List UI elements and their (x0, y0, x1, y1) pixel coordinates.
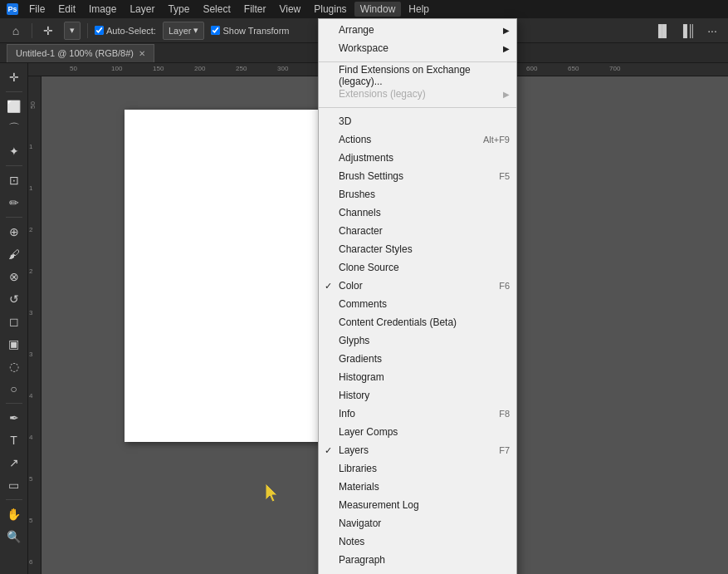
menu-window[interactable]: Window (354, 2, 402, 17)
separator (32, 23, 32, 38)
menu-section-3: 3D Actions Alt+F9 Adjustments Brush Sett… (319, 110, 516, 574)
pen-tool[interactable]: ✒ (3, 407, 25, 429)
menu-item-brush-settings[interactable]: Brush Settings F5 (319, 167, 516, 185)
shortcut-layers: F7 (499, 445, 510, 455)
magic-wand-tool[interactable]: ✦ (3, 140, 25, 162)
document-tab[interactable]: Untitled-1 @ 100% (RGB/8#) ✕ (7, 44, 154, 62)
menu-item-workspace[interactable]: Workspace ▶ (319, 39, 516, 57)
separator2 (87, 23, 88, 38)
tools-sep5 (6, 499, 22, 500)
ruler-vertical: 50 1 1 2 2 3 3 4 4 5 5 6 (28, 76, 42, 574)
menu-item-libraries[interactable]: Libraries (319, 459, 516, 478)
menu-type[interactable]: Type (162, 2, 195, 17)
zoom-tool[interactable]: 🔍 (3, 526, 25, 547)
lasso-tool[interactable]: ⌒ (3, 118, 25, 140)
panel-icon: ▐║ (678, 22, 696, 40)
menu-view[interactable]: View (273, 2, 306, 17)
menu-item-notes[interactable]: Notes (319, 532, 516, 551)
menu-item-glyphs[interactable]: Glyphs (319, 331, 516, 350)
tab-close-icon[interactable]: ✕ (139, 49, 145, 58)
window-menu-dropdown: Arrange ▶ Workspace ▶ Find Extensions on… (318, 18, 517, 574)
menu-item-comments[interactable]: Comments (319, 295, 516, 313)
menu-help[interactable]: Help (403, 2, 435, 17)
bar-chart-icon: ▐▌ (653, 22, 672, 40)
menu-item-history[interactable]: History (319, 386, 516, 405)
menu-item-character-styles[interactable]: Character Styles (319, 240, 516, 258)
menu-item-paragraph-styles[interactable]: Paragraph Styles (319, 569, 516, 574)
rectangle-select-tool[interactable]: ⬜ (3, 96, 25, 117)
svg-marker-0 (266, 483, 277, 502)
eraser-tool[interactable]: ◻ (3, 311, 25, 332)
clone-stamp-tool[interactable]: ⊗ (3, 266, 25, 287)
menu-item-channels[interactable]: Channels (319, 204, 516, 222)
menu-item-color[interactable]: Color F6 (319, 277, 516, 295)
shape-tool[interactable]: ▭ (3, 474, 25, 496)
menu-filter[interactable]: Filter (238, 2, 272, 17)
menu-plugins[interactable]: Plugins (308, 2, 352, 17)
menu-divider-2 (319, 107, 516, 108)
layer-dropdown[interactable]: Layer ▾ (163, 22, 205, 40)
shortcut-color: F6 (499, 281, 510, 291)
title-bar: Ps File Edit Image Layer Type Select Fil… (0, 0, 728, 18)
menu-item-materials[interactable]: Materials (319, 478, 516, 496)
menu-item-clone-source[interactable]: Clone Source (319, 258, 516, 277)
move-tool-dropdown[interactable]: ▾ (64, 22, 81, 40)
menu-divider-1 (319, 61, 516, 62)
tools-sep4 (6, 403, 22, 404)
menu-item-find-extensions[interactable]: Find Extensions on Exchange (legacy)... (319, 66, 516, 85)
menu-item-brushes[interactable]: Brushes (319, 185, 516, 204)
menu-image[interactable]: Image (83, 2, 122, 17)
eyedropper-tool[interactable]: ✏ (3, 192, 25, 213)
submenu-arrow-icon2: ▶ (503, 44, 510, 53)
text-tool[interactable]: T (3, 429, 25, 451)
menu-item-measurement-log[interactable]: Measurement Log (319, 496, 516, 514)
menu-item-paragraph[interactable]: Paragraph (319, 551, 516, 569)
menu-item-navigator[interactable]: Navigator (319, 514, 516, 532)
ps-logo: Ps (7, 3, 18, 15)
blur-tool[interactable]: ◌ (3, 356, 25, 377)
menu-item-adjustments[interactable]: Adjustments (319, 149, 516, 167)
history-brush-tool[interactable]: ↺ (3, 288, 25, 310)
more-icon[interactable]: ··· (703, 22, 721, 40)
document-canvas (125, 110, 332, 442)
tab-title: Untitled-1 @ 100% (RGB/8#) (16, 48, 134, 58)
menu-item-layers[interactable]: Layers F7 (319, 441, 516, 459)
autoselect-label: Auto-Select: (106, 26, 156, 36)
tools-panel: ✛ ⬜ ⌒ ✦ ⊡ ✏ ⊕ 🖌 ⊗ ↺ ◻ ▣ ◌ ○ ✒ T ↗ ▭ ✋ 🔍 (0, 63, 28, 574)
tools-sep1 (6, 91, 22, 92)
menu-item-3d[interactable]: 3D (319, 112, 516, 130)
menu-section-1: Arrange ▶ Workspace ▶ (319, 19, 516, 59)
menu-section-2: Find Extensions on Exchange (legacy)... … (319, 65, 516, 105)
menu-item-actions[interactable]: Actions Alt+F9 (319, 130, 516, 149)
menu-item-arrange[interactable]: Arrange ▶ (319, 21, 516, 39)
hand-tool[interactable]: ✋ (3, 503, 25, 525)
shortcut-brush-settings: F5 (499, 171, 510, 181)
menu-item-gradients[interactable]: Gradients (319, 350, 516, 368)
menu-edit[interactable]: Edit (52, 2, 81, 17)
menu-item-character[interactable]: Character (319, 222, 516, 240)
menu-select[interactable]: Select (197, 2, 236, 17)
show-transform-label: Show Transform (222, 26, 289, 36)
menu-item-info[interactable]: Info F8 (319, 405, 516, 423)
menu-item-layer-comps[interactable]: Layer Comps (319, 423, 516, 441)
path-select-tool[interactable]: ↗ (3, 452, 25, 473)
brush-tool[interactable]: 🖌 (3, 243, 25, 265)
tools-sep3 (6, 217, 22, 218)
shortcut-actions: Alt+F9 (483, 135, 510, 145)
shortcut-info: F8 (499, 409, 510, 419)
gradient-tool[interactable]: ▣ (3, 333, 25, 355)
menu-file[interactable]: File (23, 2, 51, 17)
show-transform-check[interactable]: Show Transform (211, 26, 289, 36)
menu-layer[interactable]: Layer (124, 2, 160, 17)
autoselect-check[interactable]: Auto-Select: (95, 26, 156, 36)
home-icon[interactable]: ⌂ (7, 22, 25, 40)
submenu-arrow-icon3: ▶ (503, 90, 510, 99)
move-tool[interactable]: ✛ (3, 66, 25, 88)
crop-tool[interactable]: ⊡ (3, 169, 25, 191)
menu-item-content-credentials[interactable]: Content Credentials (Beta) (319, 313, 516, 331)
tools-sep2 (6, 165, 22, 166)
spot-heal-tool[interactable]: ⊕ (3, 221, 25, 243)
menu-item-histogram[interactable]: Histogram (319, 368, 516, 386)
move-tool-icon[interactable]: ✛ (39, 22, 57, 40)
dodge-tool[interactable]: ○ (3, 378, 25, 400)
